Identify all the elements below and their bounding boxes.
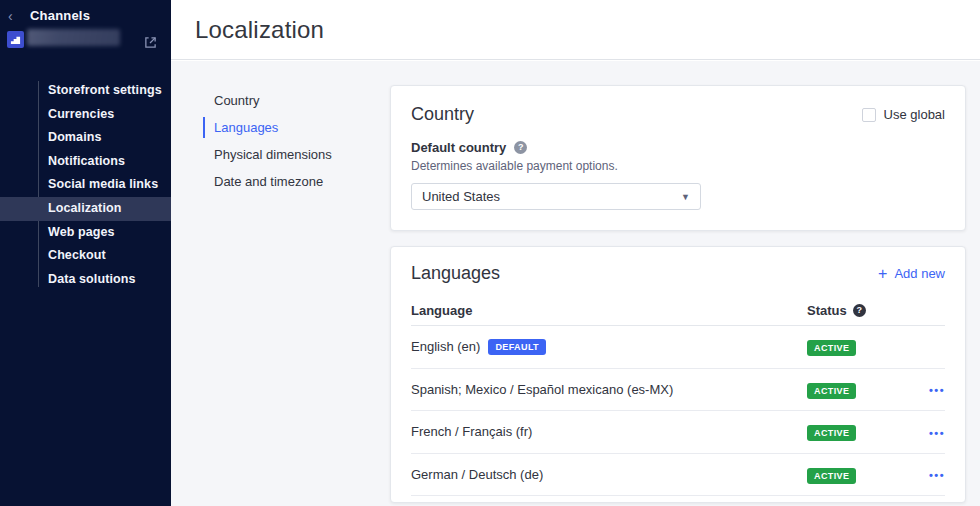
table-row: Spanish; Mexico / Español mexicano (es-M… [411,369,945,412]
language-name: French / Français (fr) [411,424,532,439]
use-global-control[interactable]: Use global [862,107,945,122]
page-title: Localization [171,0,980,44]
row-menu-button[interactable]: ••• [929,469,945,481]
sidebar-item-web-pages[interactable]: Web pages [0,221,171,245]
chevron-down-icon: ▼ [681,192,690,202]
store-name-redacted [27,29,120,46]
language-name: Spanish; Mexico / Español mexicano (es-M… [411,382,673,397]
language-cell: Spanish; Mexico / Español mexicano (es-M… [411,382,807,397]
default-country-label: Default country [411,140,506,155]
row-actions-cell: ••• [911,465,945,483]
sidebar-item-storefront-settings[interactable]: Storefront settings [0,79,171,103]
sidebar-item-domains[interactable]: Domains [0,126,171,150]
subnav-item-languages[interactable]: Languages [203,117,332,138]
content-area: CountryLanguagesPhysical dimensionsDate … [171,61,980,506]
status-badge: ACTIVE [807,383,856,399]
main-panel: Localization CountryLanguagesPhysical di… [171,0,980,506]
sidebar-item-social-media-links[interactable]: Social media links [0,173,171,197]
status-badge: ACTIVE [807,425,856,441]
status-badge: ACTIVE [807,468,856,484]
language-name: English (en) [411,339,480,354]
default-country-select[interactable]: United States ▼ [411,183,701,210]
table-row: French / Français (fr)ACTIVE••• [411,411,945,454]
subnav-item-date-and-timezone[interactable]: Date and timezone [203,171,332,192]
status-cell: ACTIVE [807,337,911,356]
languages-table-header: Language Status ? [411,296,945,326]
status-cell: ACTIVE [807,422,911,441]
row-actions-cell: ••• [911,380,945,398]
default-country-help-icon[interactable]: ? [514,141,527,154]
default-country-select-value: United States [422,189,500,204]
use-global-label: Use global [884,107,945,122]
language-name: German / Deutsch (de) [411,467,543,482]
languages-table: Language Status ? English (en)DEFAULTACT… [411,296,945,496]
sidebar-item-localization[interactable]: Localization [0,197,171,221]
language-cell: French / Français (fr) [411,424,807,439]
table-row: English (en)DEFAULTACTIVE [411,326,945,369]
channels-sidebar: ‹ Channels Storefront settingsCurrencies… [0,0,171,506]
app-window: ‹ Channels Storefront settingsCurrencies… [0,0,980,506]
use-global-checkbox[interactable] [862,108,876,122]
row-actions-cell: ••• [911,423,945,441]
default-badge: DEFAULT [488,339,546,355]
add-new-button[interactable]: + Add new [878,266,945,281]
sidebar-item-notifications[interactable]: Notifications [0,150,171,174]
country-card-title: Country [411,104,474,125]
sidebar-item-currencies[interactable]: Currencies [0,103,171,127]
row-menu-button[interactable]: ••• [929,427,945,439]
cards-column: Country Use global Default country ? Det… [390,85,966,503]
language-cell: English (en)DEFAULT [411,339,807,355]
language-column-header: Language [411,303,807,318]
settings-subnav: CountryLanguagesPhysical dimensionsDate … [203,90,332,198]
status-badge: ACTIVE [807,340,856,356]
language-cell: German / Deutsch (de) [411,467,807,482]
default-country-help-text: Determines available payment options. [411,159,945,173]
status-help-icon[interactable]: ? [853,304,866,317]
status-cell: ACTIVE [807,465,911,484]
country-card: Country Use global Default country ? Det… [390,85,966,231]
sidebar-item-checkout[interactable]: Checkout [0,244,171,268]
row-menu-button[interactable]: ••• [929,384,945,396]
open-in-new-icon[interactable] [144,35,157,48]
sidebar-header: ‹ Channels [0,0,171,23]
page-header: Localization [171,0,980,60]
sidebar-title: Channels [30,8,90,23]
store-row [0,31,171,65]
table-row: German / Deutsch (de)ACTIVE••• [411,454,945,497]
store-icon [7,31,24,48]
languages-card: Languages + Add new Language Status ? [390,246,966,503]
sidebar-nav: Storefront settingsCurrenciesDomainsNoti… [0,79,171,291]
back-chevron-icon[interactable]: ‹ [8,9,26,23]
plus-icon: + [878,267,887,281]
add-new-label: Add new [894,266,945,281]
status-column-header: Status ? [807,303,911,318]
subnav-item-country[interactable]: Country [203,90,332,111]
languages-card-title: Languages [411,263,500,284]
sidebar-item-data-solutions[interactable]: Data solutions [0,268,171,292]
status-cell: ACTIVE [807,380,911,399]
subnav-item-physical-dimensions[interactable]: Physical dimensions [203,144,332,165]
